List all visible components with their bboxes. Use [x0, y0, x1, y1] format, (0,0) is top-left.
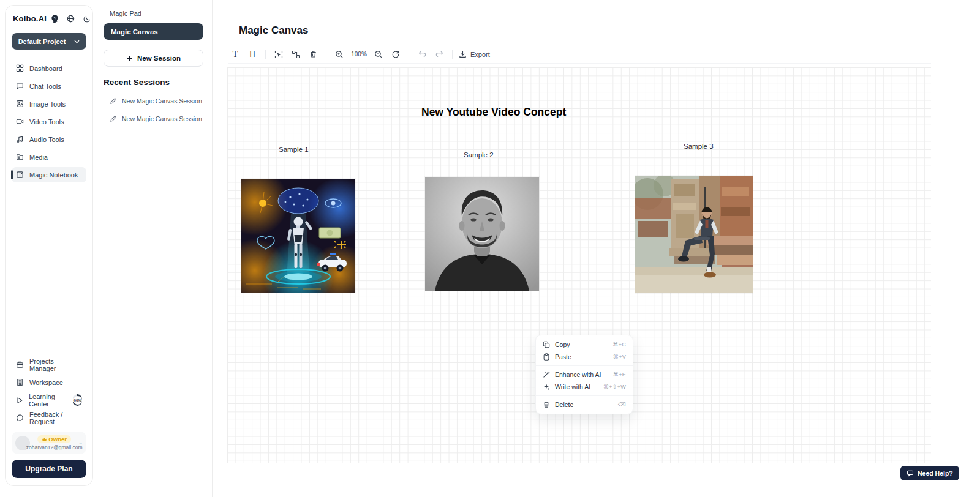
export-button[interactable]: Export — [459, 50, 490, 58]
trash-icon — [543, 401, 550, 408]
primary-sidebar: Kolbo.AI Default Project Dashboard — [5, 5, 93, 486]
sample-3-image[interactable] — [635, 176, 753, 293]
plus-icon — [126, 55, 133, 62]
undo-icon — [418, 51, 427, 58]
text-tool-button[interactable]: T — [228, 48, 242, 61]
sample-2-image[interactable] — [425, 177, 539, 291]
select-area-button[interactable] — [272, 48, 285, 61]
copy-icon — [543, 341, 550, 348]
video-icon — [16, 118, 24, 125]
crown-icon — [42, 437, 47, 442]
building-icon — [16, 378, 24, 386]
zoom-out-icon — [374, 50, 383, 59]
audio-icon — [16, 135, 24, 143]
sidebar-item-feedback[interactable]: Feedback / Request — [12, 410, 86, 425]
logo-row: Kolbo.AI — [12, 14, 86, 23]
sidebar-item-media[interactable]: Media — [12, 149, 86, 165]
sidebar-item-chat-tools[interactable]: Chat Tools — [12, 78, 86, 94]
zoom-out-button[interactable] — [372, 48, 385, 61]
need-help-button[interactable]: Need Help? — [900, 466, 959, 480]
media-folder-icon — [16, 153, 24, 161]
context-menu-copy[interactable]: Copy ⌘+C — [536, 338, 633, 351]
page-title: Magic Canvas — [239, 24, 308, 37]
sidebar-spacer — [12, 182, 86, 357]
connector-tool-button[interactable] — [289, 48, 303, 61]
app-window: Kolbo.AI Default Project Dashboard — [0, 0, 980, 497]
upgrade-plan-button[interactable]: Upgrade Plan — [12, 460, 86, 478]
project-selector[interactable]: Default Project — [12, 33, 86, 50]
user-account-card[interactable]: Owner zoharvan12@gmail.com ⌄ — [12, 432, 86, 454]
delete-tool-button[interactable] — [306, 48, 320, 61]
sample-1-image[interactable] — [241, 179, 355, 293]
context-menu-divider — [536, 365, 633, 366]
sidebar-item-dashboard[interactable]: Dashboard — [12, 61, 86, 76]
reset-rotate-icon — [391, 50, 400, 59]
nav-magic-canvas[interactable]: Magic Canvas — [104, 23, 203, 40]
language-globe-icon[interactable] — [67, 15, 75, 23]
context-menu-divider — [536, 395, 633, 396]
bw-portrait-illustration — [425, 177, 539, 291]
sidebar-item-projects-manager[interactable]: Projects Manager — [12, 357, 86, 372]
ruins-portrait-illustration — [635, 176, 753, 293]
toolbar-divider — [326, 50, 326, 59]
dashboard-icon — [16, 64, 24, 72]
sidebar-nav: Dashboard Chat Tools Image Tools Video T… — [12, 61, 86, 182]
connector-nodes-icon — [292, 50, 300, 59]
learning-progress-ring: 66% — [73, 394, 82, 406]
sample-2-label[interactable]: Sample 2 — [464, 151, 494, 159]
sidebar-item-image-tools[interactable]: Image Tools — [12, 96, 86, 111]
canvas-heading[interactable]: New Youtube Video Concept — [421, 106, 566, 119]
recent-sessions-heading: Recent Sessions — [104, 78, 203, 87]
chat-icon — [16, 82, 24, 90]
sidebar-item-video-tools[interactable]: Video Tools — [12, 114, 86, 129]
wand-icon — [543, 371, 550, 378]
sparkles-icon — [543, 383, 550, 390]
sidebar-item-magic-notebook[interactable]: Magic Notebook — [12, 167, 86, 182]
heading-tool-button[interactable]: H — [246, 48, 259, 61]
sample-1-label[interactable]: Sample 1 — [279, 146, 309, 153]
context-menu-enhance-ai[interactable]: Enhance with AI ⌘+E — [536, 368, 633, 381]
trash-icon — [309, 50, 317, 58]
zoom-in-icon — [335, 50, 344, 59]
sidebar-item-workspace[interactable]: Workspace — [12, 375, 86, 390]
zoom-in-button[interactable] — [333, 48, 346, 61]
sidebar-item-audio-tools[interactable]: Audio Tools — [12, 132, 86, 147]
undo-button[interactable] — [415, 48, 429, 61]
zoom-level: 100% — [350, 51, 368, 58]
recent-session-item[interactable]: New Magic Canvas Session — [104, 97, 203, 105]
recent-session-item[interactable]: New Magic Canvas Session — [104, 115, 203, 122]
dark-mode-moon-icon[interactable] — [83, 15, 91, 23]
new-session-button[interactable]: New Session — [104, 50, 203, 67]
briefcase-icon — [16, 361, 24, 368]
redo-icon — [435, 51, 444, 58]
pencil-icon — [110, 115, 117, 122]
context-menu-delete[interactable]: Delete ⌫ — [536, 398, 633, 411]
toolbar-divider — [265, 50, 266, 59]
context-menu-paste[interactable]: Paste ⌘+V — [536, 351, 633, 363]
user-email: zoharvan12@gmail.com — [26, 444, 83, 450]
pencil-icon — [110, 97, 117, 105]
context-menu-write-ai[interactable]: Write with AI ⌘+⇧+W — [536, 381, 633, 393]
download-icon — [459, 50, 467, 58]
reset-view-button[interactable] — [389, 48, 402, 61]
sample-3-label[interactable]: Sample 3 — [684, 143, 714, 150]
feedback-bubble-icon — [16, 414, 24, 422]
toolbar-divider — [409, 50, 409, 59]
user-chevron-icon: ⌄ — [78, 440, 83, 446]
redo-button[interactable] — [432, 48, 446, 61]
select-area-icon — [274, 50, 283, 59]
sessions-panel: Magic Pad Magic Canvas New Session Recen… — [95, 0, 213, 497]
magic-canvas-grid[interactable]: New Youtube Video Concept Sample 1 Sampl… — [227, 67, 931, 463]
brand-logo: Kolbo.AI — [13, 14, 47, 23]
sidebar-item-learning-center[interactable]: Learning Center 66% — [12, 392, 86, 408]
chevron-down-icon — [74, 40, 80, 43]
nav-magic-pad[interactable]: Magic Pad — [104, 9, 203, 23]
play-icon — [16, 397, 23, 404]
canvas-toolbar: T H 100% Export — [228, 48, 931, 64]
sidebar-footer-nav: Projects Manager Workspace Learning Cent… — [12, 357, 86, 425]
ai-robot-illustration — [241, 179, 355, 293]
image-icon — [16, 100, 24, 108]
toolbar-divider — [452, 50, 453, 59]
context-menu: Copy ⌘+C Paste ⌘+V Enhance with AI ⌘+E W… — [535, 335, 633, 414]
notebook-icon — [16, 171, 24, 179]
